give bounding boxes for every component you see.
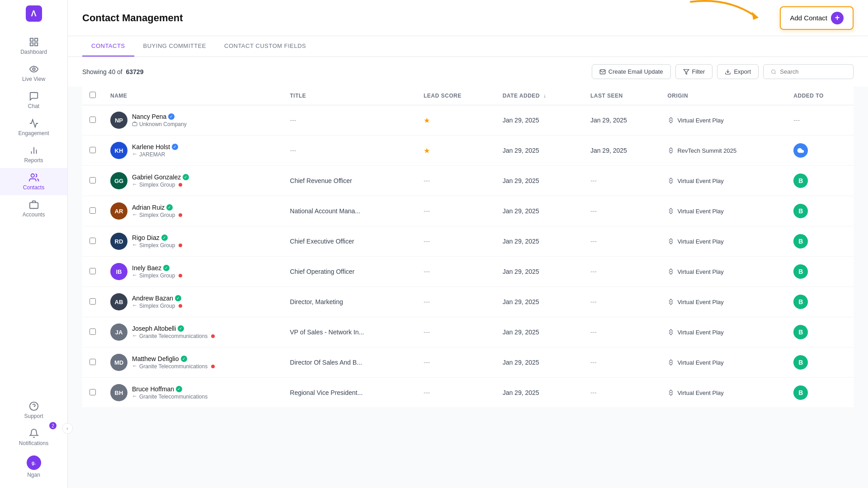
contact-title: --- [283,136,416,166]
svg-point-4 [33,68,35,70]
sidebar-reports-label: Reports [24,157,43,164]
sidebar-item-accounts[interactable]: Accounts [0,195,67,222]
company-icon [132,121,137,128]
sidebar-item-reports[interactable]: Reports [0,141,67,168]
verified-icon: ✓ [161,235,168,241]
contact-full-name[interactable]: Nancy Pena ✓ [132,113,187,120]
row-checkbox[interactable] [90,298,96,305]
notification-badge: 2 [49,422,57,429]
select-all-checkbox[interactable] [90,92,96,98]
row-checkbox[interactable] [90,359,96,365]
contact-full-name[interactable]: Rigo Diaz ✓ [132,234,182,241]
contact-full-name[interactable]: Joseph Altobelli ✓ [132,325,215,332]
header-added-to: ADDED TO [786,86,854,105]
contact-full-name[interactable]: Gabriel Gonzalez ✓ [132,174,189,181]
sidebar-item-live-view[interactable]: Live View [0,60,67,87]
app-logo: Λ [26,5,42,22]
search-input[interactable] [780,68,846,75]
contact-full-name[interactable]: Bruce Hoffman ✓ [132,385,208,393]
row-checkbox[interactable] [90,389,96,395]
contact-name-cell: BH Bruce Hoffman ✓ Granite Telecommunica… [103,378,283,408]
tab-buying-committee[interactable]: BUYING COMMITTEE [134,36,215,56]
table-row: GG Gabriel Gonzalez ✓ Simplex Group Chie… [82,166,854,196]
contact-company: Granite Telecommunications [132,363,215,370]
tab-contact-custom-fields[interactable]: CONTACT CUSTOM FIELDS [215,36,315,56]
table-row: AB Andrew Bazan ✓ Simplex Group Director… [82,287,854,317]
sidebar-item-user[interactable]: g. Ngan [0,451,67,483]
sidebar-item-dashboard[interactable]: Dashboard [0,33,67,60]
lead-score-dash: --- [424,268,430,275]
sidebar-item-contacts[interactable]: Contacts [0,168,67,195]
added-to: B [786,257,854,287]
contact-full-name[interactable]: Adrian Ruiz ✓ [132,204,182,211]
contact-name-cell: AR Adrian Ruiz ✓ Simplex Group [103,196,283,226]
last-seen: --- [583,378,660,408]
sidebar-item-notifications[interactable]: Notifications 2 [0,424,67,451]
contact-full-name[interactable]: Matthew Defiglio ✓ [132,355,215,362]
contact-name-cell: GG Gabriel Gonzalez ✓ Simplex Group [103,166,283,196]
last-seen: --- [583,166,660,196]
main-content: Contact Management Add Contact + CONTACT… [68,0,868,488]
topbar: Contact Management Add Contact + [68,0,868,36]
origin-text: Virtual Event Play [677,389,723,396]
lead-score-dash: --- [424,238,430,245]
header-lead-score: LEAD SCORE [416,86,495,105]
origin-text: Virtual Event Play [677,208,723,215]
added-to: B [786,317,854,347]
contact-avatar: IB [110,263,127,280]
search-box[interactable] [763,64,854,79]
origin: Virtual Event Play [660,196,786,226]
sidebar-engagement-label: Engagement [18,130,49,136]
verified-icon: ✓ [181,356,187,362]
table-row: MD Matthew Defiglio ✓ Granite Telecommun… [82,347,854,378]
svg-rect-3 [34,43,37,46]
last-seen: --- [583,196,660,226]
table-header-row: NAME TITLE LEAD SCORE DATE ADDED ↓ LAST … [82,86,854,105]
origin: Virtual Event Play [660,347,786,378]
toolbar-actions: Create Email Update Filter Export [592,64,854,79]
origin-text: Virtual Event Play [677,117,723,124]
svg-point-16 [772,70,775,73]
lead-score: --- [416,226,495,257]
contact-company: Simplex Group [132,272,182,279]
sidebar-collapse-button[interactable]: ‹ [62,423,73,434]
row-checkbox[interactable] [90,177,96,183]
row-checkbox[interactable] [90,328,96,335]
row-checkbox[interactable] [90,238,96,244]
row-checkbox[interactable] [90,117,96,123]
date-added: Jan 29, 2025 [495,287,583,317]
company-icon [132,151,137,158]
sidebar-item-engagement[interactable]: Engagement [0,114,67,141]
row-checkbox[interactable] [90,147,96,153]
contact-full-name[interactable]: Inely Baez ✓ [132,264,182,272]
star-icon: ★ [424,117,430,124]
add-contact-button[interactable]: Add Contact + [780,6,854,30]
sidebar-item-chat[interactable]: Chat [0,87,67,114]
export-button[interactable]: Export [717,64,759,79]
sidebar-dashboard-label: Dashboard [20,49,47,55]
row-checkbox[interactable] [90,268,96,274]
last-seen: Jan 29, 2025 [583,105,660,136]
dashboard-icon [29,37,39,47]
bell-icon [29,428,39,438]
origin-icon [667,268,675,275]
origin-icon [667,389,675,396]
lead-score-dash: --- [424,298,430,305]
contact-full-name[interactable]: Andrew Bazan ✓ [132,295,182,302]
lead-score: --- [416,287,495,317]
added-to-badge: B [793,385,808,400]
arrow-annotation [682,0,772,29]
filter-button[interactable]: Filter [675,64,713,79]
sidebar-live-view-label: Live View [22,76,45,82]
contact-full-name[interactable]: Karlene Holst ✓ [132,143,178,150]
contact-name-cell: NP Nancy Pena ✓ Unknown Company [103,105,283,136]
row-checkbox[interactable] [90,207,96,214]
email-icon [599,69,606,75]
create-email-update-button[interactable]: Create Email Update [592,64,671,79]
tab-contacts[interactable]: CONTACTS [82,36,134,56]
user-avatar: g. [27,455,41,470]
sidebar-item-support[interactable]: Support [0,397,67,424]
contact-avatar: MD [110,354,127,371]
company-icon [132,303,137,310]
date-added: Jan 29, 2025 [495,317,583,347]
